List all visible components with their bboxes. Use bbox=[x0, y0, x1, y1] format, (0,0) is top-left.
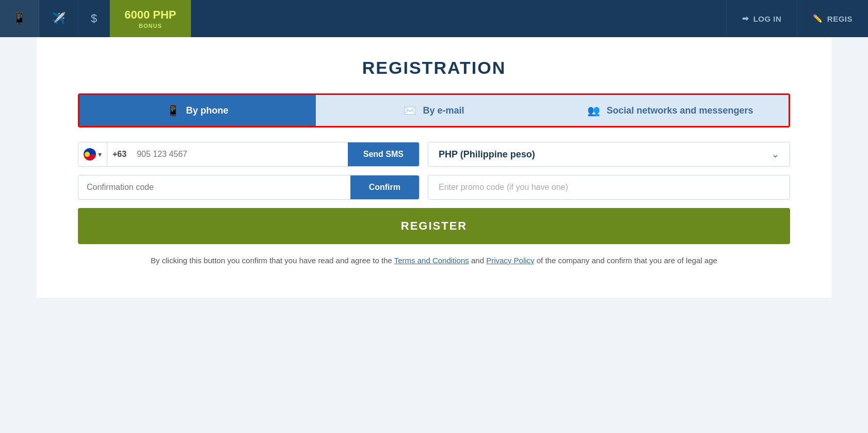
confirmation-code-input[interactable] bbox=[78, 175, 350, 199]
confirmation-promo-row: Confirm bbox=[78, 175, 790, 200]
privacy-link[interactable]: Privacy Policy bbox=[486, 256, 534, 265]
phone-code: +63 bbox=[107, 142, 132, 166]
nav-spacer bbox=[191, 0, 727, 37]
currency-label: PHP (Philippine peso) bbox=[439, 149, 535, 160]
phone-input-group: ▾ +63 Send SMS bbox=[78, 142, 420, 167]
page-title: REGISTRATION bbox=[78, 58, 790, 78]
nav-telegram-icon[interactable]: ✈️ bbox=[39, 0, 78, 37]
phone-input[interactable] bbox=[132, 142, 348, 166]
email-tab-icon: ✉️ bbox=[404, 104, 416, 117]
register-nav-button[interactable]: ✏️ REGIS bbox=[797, 0, 868, 37]
nav-mobile-icon[interactable]: 📱 bbox=[0, 0, 39, 37]
confirmation-input-group: Confirm bbox=[78, 175, 420, 200]
chevron-down-icon: ⌄ bbox=[771, 149, 779, 160]
tab-social[interactable]: 👥 Social networks and messengers bbox=[552, 95, 789, 126]
promo-code-input[interactable] bbox=[428, 175, 790, 200]
confirm-button[interactable]: Confirm bbox=[350, 175, 419, 199]
tab-phone[interactable]: 📱 By phone bbox=[79, 95, 316, 126]
social-tab-icon: 👥 bbox=[587, 104, 600, 117]
nav-right: ➡ LOG IN ✏️ REGIS bbox=[726, 0, 868, 37]
ph-flag bbox=[84, 148, 96, 161]
register-button[interactable]: REGISTER bbox=[78, 208, 790, 244]
nav-money-icon[interactable]: $ bbox=[78, 0, 110, 37]
send-sms-button[interactable]: Send SMS bbox=[348, 142, 419, 166]
country-selector[interactable]: ▾ bbox=[78, 142, 107, 166]
registration-tabs: 📱 By phone ✉️ By e-mail 👥 Social network… bbox=[78, 93, 790, 127]
phone-currency-row: ▾ +63 Send SMS PHP (Philippine peso) ⌄ bbox=[78, 142, 790, 167]
main-content: REGISTRATION 📱 By phone ✉️ By e-mail 👥 S… bbox=[37, 37, 831, 298]
terms-text: By clicking this button you confirm that… bbox=[78, 254, 790, 267]
phone-tab-icon: 📱 bbox=[167, 104, 180, 117]
top-nav: 📱 ✈️ $ 6000 PHP BONUS ➡ LOG IN ✏️ REGIS bbox=[0, 0, 868, 37]
terms-link[interactable]: Terms and Conditions bbox=[394, 256, 469, 265]
nav-bonus[interactable]: 6000 PHP BONUS bbox=[110, 0, 190, 37]
currency-dropdown[interactable]: PHP (Philippine peso) ⌄ bbox=[428, 142, 790, 167]
tab-email[interactable]: ✉️ By e-mail bbox=[316, 95, 552, 126]
login-button[interactable]: ➡ LOG IN bbox=[726, 0, 797, 37]
